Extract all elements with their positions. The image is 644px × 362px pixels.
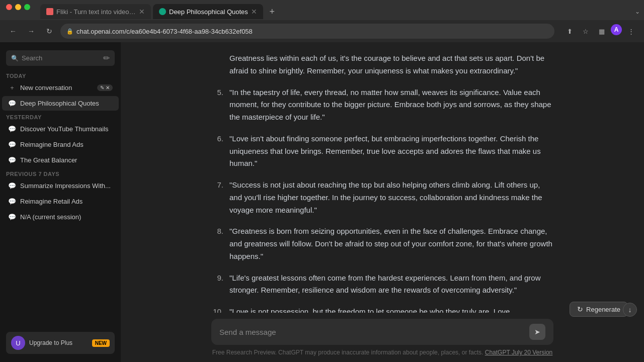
tab-chatgpt-close[interactable]: ✕ [251,8,257,16]
quote-item-6: 6. "Love isn't about finding someone per… [211,133,553,170]
reload-button[interactable]: ↻ [42,24,56,38]
quote-list: Greatness lies within each of us, it's t… [211,52,553,313]
address-bar-row: ← → ↻ 🔒 chat.openai.com/c/ea60e4b4-6073-… [0,20,644,42]
quote-item-8: 8. "Greatness is born from seizing oppor… [211,225,553,262]
tab-fliki-close[interactable]: ✕ [139,8,145,16]
quote-text-2: "Success is not just about reaching the … [229,179,553,216]
sidebar-item-deep-philosophical[interactable]: 💬 Deep Philosophical Quotes [2,96,119,111]
sidebar-bottom: U Upgrade to Plus NEW [0,328,121,358]
quote-item-7: 7. "Success is not just about reaching t… [211,179,553,216]
tab-chatgpt-title: Deep Philosophical Quotes [169,8,248,16]
chat-icon-6: 💬 [8,182,16,190]
search-placeholder: Search [22,54,42,62]
today-label: Today [6,73,115,79]
user-avatar: U [11,336,25,350]
main-content: Greatness lies within each of us, it's t… [121,42,644,362]
send-button[interactable]: ➤ [529,324,545,340]
menu-icon[interactable]: ⋮ [624,24,638,38]
quote-partial-top: Greatness lies within each of us, it's t… [211,52,553,77]
share-icon[interactable]: ⬆ [562,24,577,38]
toolbar-icons: ⬆ ☆ ▦ A ⋮ [562,24,638,38]
quotes-container: 5. "In the tapestry of life, every threa… [211,86,553,313]
regenerate-button[interactable]: ↻ Regenerate [570,302,628,317]
app-container: 🔍 Search ✏ Today + New conversation ✎ ✕ … [0,42,644,362]
forward-button[interactable]: → [24,24,38,38]
quote-text-partial: Greatness lies within each of us, it's t… [229,52,553,77]
tab-chatgpt[interactable]: Deep Philosophical Quotes ✕ [153,4,263,19]
input-row: ➤ [211,319,553,345]
lock-icon: 🔒 [66,28,73,35]
sidebar: 🔍 Search ✏ Today + New conversation ✎ ✕ … [0,42,121,362]
profile-icon[interactable]: A [611,24,622,35]
quote-text-0: "In the tapestry of life, every thread, … [229,86,553,124]
scroll-to-bottom-button[interactable]: ↓ [623,303,637,317]
sidebar-search[interactable]: 🔍 Search ✏ [6,50,115,66]
sidebar-item-brand[interactable]: 💬 Reimagine Brand Ads [2,137,119,152]
upgrade-label: Upgrade to Plus [29,339,88,346]
quote-item-9: 9. "Life's greatest lessons often come f… [211,272,553,297]
regenerate-label: Regenerate [586,306,620,313]
sidebar-item-summarize[interactable]: 💬 Summarize Impressions With... [2,178,119,193]
chat-icon-3: 💬 [8,125,16,133]
quote-text-4: "Life's greatest lessons often come from… [229,272,553,297]
regen-icon: ↻ [577,305,583,313]
quote-text-3: "Greatness is born from seizing opportun… [229,225,553,262]
back-button[interactable]: ← [6,24,20,38]
prev7-label: Previous 7 Days [6,171,115,177]
fliki-favicon [46,8,53,15]
tab-bar-chevron[interactable]: ⌄ [635,8,640,15]
chat-area: Greatness lies within each of us, it's t… [121,42,644,313]
extension-icon[interactable]: ▦ [595,24,609,38]
sidebar-item-new-conversation[interactable]: + New conversation ✎ ✕ [2,80,119,95]
chat-icon: + [8,84,16,92]
chat-icon-4: 💬 [8,141,16,148]
quote-text-5: "Love is not possession, but the freedom… [229,306,553,313]
quote-num-4: 9. [211,272,223,297]
quote-num-2: 7. [211,179,223,216]
search-icon: 🔍 [11,55,19,62]
quote-num-5: 10. [211,306,223,313]
upgrade-badge: NEW [92,339,110,347]
sidebar-item-yt[interactable]: 💬 Discover YouTube Thumbnails [2,122,119,136]
quote-num-3: 8. [211,225,223,262]
footer-main-text: Free Research Preview. ChatGPT may produ… [212,349,484,356]
tab-fliki-title: Fliki - Turn text into videos wi... [56,8,136,16]
sidebar-item-misc[interactable]: 💬 N/A (current session) [2,210,119,224]
sidebar-section-yesterday: Yesterday [0,111,121,121]
chat-icon-8: 💬 [8,213,16,221]
close-window[interactable] [6,4,12,10]
tab-fliki[interactable]: Fliki - Turn text into videos wi... ✕ [40,4,151,19]
yesterday-label: Yesterday [6,114,115,120]
quote-item-10: 10. "Love is not possession, but the fre… [211,306,553,313]
bookmark-icon[interactable]: ☆ [579,24,593,38]
address-bar[interactable]: 🔒 chat.openai.com/c/ea60e4b4-6073-4f68-a… [60,24,554,39]
quote-num-partial [211,52,223,77]
sidebar-item-retail[interactable]: 💬 Reimagine Retail Ads [2,194,119,209]
minimize-window[interactable] [15,4,21,10]
sidebar-item-balancer[interactable]: 💬 The Great Balancer [2,153,119,167]
tab-bar: Fliki - Turn text into videos wi... ✕ De… [0,0,644,20]
window-controls[interactable] [6,4,30,10]
footer-text: Free Research Preview. ChatGPT may produ… [211,349,553,356]
quote-text-1: "Love isn't about finding someone perfec… [229,133,553,170]
new-chat-icon[interactable]: ✏ [103,53,110,63]
upgrade-button[interactable]: U Upgrade to Plus NEW [6,332,115,354]
footer-link[interactable]: ChatGPT July 20 Version [485,349,553,356]
url-text: chat.openai.com/c/ea60e4b4-6073-4f68-aa9… [76,28,253,35]
chat-icon-5: 💬 [8,156,16,164]
chat-icon-7: 💬 [8,198,16,205]
bottom-bar: ➤ Free Research Preview. ChatGPT may pro… [121,313,644,362]
quote-num-1: 6. [211,133,223,170]
chat-icon-2: 💬 [8,100,16,107]
maximize-window[interactable] [24,4,30,10]
browser-chrome: Fliki - Turn text into videos wi... ✕ De… [0,0,644,42]
sidebar-section-7days: Previous 7 Days [0,168,121,178]
sidebar-section-today: Today [0,70,121,80]
message-input[interactable] [219,328,524,336]
new-tab-button[interactable]: + [265,5,279,19]
quote-item-5: 5. "In the tapestry of life, every threa… [211,86,553,124]
chatgpt-favicon [159,8,166,15]
quote-num-0: 5. [211,86,223,124]
